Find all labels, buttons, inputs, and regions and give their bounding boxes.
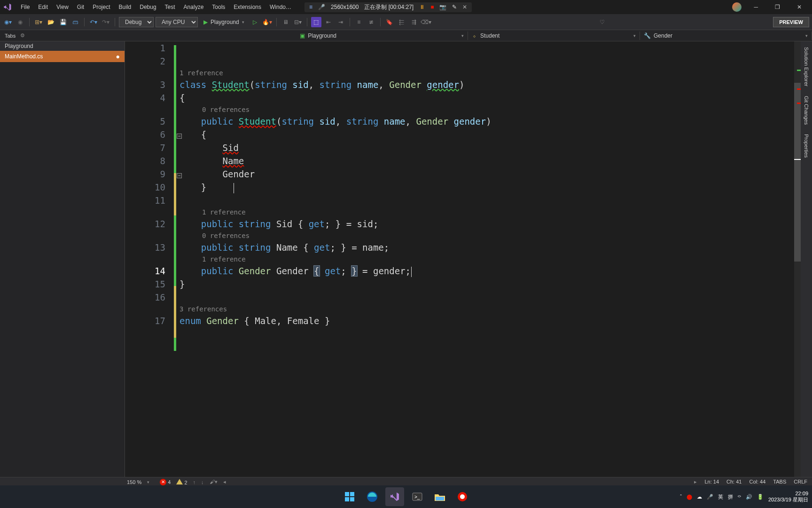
scroll-left-icon[interactable]: ◂ [223, 479, 226, 485]
code-editor[interactable]: − − 1 2 3 4 5 6 7 8 9 10 11 12 13 14 15 … [125, 41, 801, 477]
open-icon[interactable]: 📂 [46, 17, 56, 27]
gear-icon[interactable]: ⚙ [20, 32, 25, 39]
scroll-right-icon[interactable]: ▸ [694, 479, 697, 485]
outdent-icon[interactable]: ⇥ [336, 17, 346, 27]
menu-view[interactable]: View [53, 2, 72, 12]
codelens[interactable]: 0 references [180, 104, 801, 115]
solution-config-select[interactable]: Debug [119, 17, 154, 27]
menu-analyze[interactable]: Analyze [180, 2, 208, 12]
step-config-icon[interactable]: ⊟▾ [293, 17, 303, 27]
undo-icon[interactable]: ↶▾ [88, 17, 99, 27]
pencil-icon[interactable]: ✎ [452, 4, 457, 10]
codelens[interactable]: 1 reference [180, 207, 801, 217]
ime-lang-2[interactable]: 拼 [728, 493, 733, 500]
uncomment-icon[interactable]: ≢ [366, 17, 376, 27]
avatar[interactable] [732, 2, 742, 12]
terminal-icon[interactable]: >_ [408, 487, 427, 506]
sidebar-group[interactable]: Playground [0, 41, 125, 51]
hot-reload-icon[interactable]: 🔥▾ [262, 17, 273, 27]
clock[interactable]: 22:09 2023/3/19 星期日 [768, 491, 808, 503]
menu-file[interactable]: File [17, 2, 33, 12]
indent-icon[interactable]: ⇤ [323, 17, 334, 27]
bookmark-next-icon[interactable]: ⇶ [409, 17, 419, 27]
start-debug-button[interactable]: ▶ Playground ▾ [200, 18, 248, 26]
nav-forward-icon[interactable]: ◉ [15, 17, 25, 27]
new-project-icon[interactable]: ⊞▾ [33, 17, 44, 27]
redo-icon[interactable]: ↷▾ [101, 17, 111, 27]
menu-project[interactable]: Project [89, 2, 114, 12]
ime-lang-1[interactable]: 英 [718, 493, 723, 500]
hamburger-icon[interactable]: ≡ [309, 4, 312, 10]
feedback-icon[interactable]: ♡ [597, 17, 607, 27]
line-ending[interactable]: CRLF [794, 479, 807, 485]
bookmark-icon[interactable]: 🔖 [384, 17, 395, 27]
close-recording-icon[interactable]: ✕ [462, 4, 467, 10]
project-dropdown[interactable]: ▣ Playground ▾ [125, 32, 468, 40]
menu-test[interactable]: Test [161, 2, 179, 12]
tray-mic-icon[interactable]: 🎤 [707, 494, 713, 500]
bookmark-prev-icon[interactable]: ⬱ [397, 17, 407, 27]
wifi-icon[interactable]: ⌔ [738, 494, 741, 500]
svg-rect-1 [350, 492, 354, 496]
menu-git[interactable]: Git [73, 2, 88, 12]
indent-mode[interactable]: TABS [773, 479, 786, 485]
edge-icon[interactable] [363, 487, 382, 506]
menu-edit[interactable]: Edit [34, 2, 52, 12]
solution-explorer-tab[interactable]: Solution Explorer [803, 43, 810, 90]
platform-select[interactable]: Any CPU [156, 17, 198, 27]
nav-back-icon[interactable]: ◉▾ [3, 17, 13, 27]
sidebar-file-label: MainMethod.cs [5, 53, 43, 60]
unsaved-dot-icon: ● [116, 53, 120, 60]
tray-cloud-icon[interactable]: ☁ [697, 494, 702, 500]
battery-icon[interactable]: 🔋 [757, 494, 764, 500]
codelens[interactable]: 3 references [180, 304, 801, 314]
menu-window[interactable]: Windo… [266, 2, 295, 12]
menu-build[interactable]: Build [115, 2, 135, 12]
camera-icon[interactable]: 📷 [439, 4, 446, 10]
nav-up-icon[interactable]: ↑ [193, 479, 196, 485]
minimize-button[interactable]: ─ [749, 1, 763, 13]
nav-down-icon[interactable]: ↓ [201, 479, 204, 485]
start-button[interactable] [340, 487, 359, 506]
error-icon[interactable]: ✕ [160, 479, 166, 485]
bookmark-clear-icon[interactable]: ⌫▾ [421, 17, 431, 27]
pause-icon[interactable]: ⏸ [419, 4, 425, 10]
close-button[interactable]: ✕ [792, 1, 806, 13]
browser-link-icon[interactable]: 🖥 [281, 17, 291, 27]
menu-debug[interactable]: Debug [136, 2, 160, 12]
codelens[interactable]: 0 references [180, 230, 801, 241]
properties-tab[interactable]: Properties [803, 130, 810, 161]
comment-icon[interactable]: ≡ [354, 17, 364, 27]
git-changes-tab[interactable]: Git Changes [803, 92, 810, 128]
member-dropdown[interactable]: 🔧 Gender ▾ [640, 32, 812, 40]
class-dropdown[interactable]: 🝔 Student ▾ [468, 32, 640, 40]
stop-icon[interactable]: ■ [430, 4, 434, 10]
main-area: Playground MainMethod.cs ● − − 1 2 3 4 5… [0, 41, 812, 477]
tray-chevron-icon[interactable]: ˆ [680, 494, 682, 500]
error-count: 4 [168, 479, 171, 484]
scrollbar-thumb[interactable] [794, 83, 801, 262]
codelens[interactable]: 1 reference [180, 68, 801, 78]
brush-icon[interactable]: 🖌▾ [210, 479, 218, 485]
start-no-debug-icon[interactable]: ▷ [250, 17, 260, 27]
menu-extensions[interactable]: Extensions [230, 2, 265, 12]
save-icon[interactable]: 💾 [58, 17, 68, 27]
menu-tools[interactable]: Tools [208, 2, 229, 12]
save-all-icon[interactable]: 🗃 [70, 17, 80, 27]
mic-icon[interactable]: 🎤 [318, 4, 325, 10]
volume-icon[interactable]: 🔊 [746, 494, 752, 500]
class-icon: 🝔 [472, 32, 477, 39]
record-indicator-icon[interactable] [453, 487, 472, 506]
vs-taskbar-icon[interactable] [385, 487, 404, 506]
maximize-button[interactable]: ❐ [770, 1, 785, 13]
editor-nav-bar: Tabs ⚙ ▣ Playground ▾ 🝔 Student ▾ 🔧 Gend… [0, 30, 812, 41]
tray-record-icon[interactable]: ⬤ [687, 494, 692, 500]
zoom-level[interactable]: 150 % [127, 479, 141, 485]
preview-button[interactable]: PREVIEW [773, 17, 809, 27]
color-picker-icon[interactable]: ⬚ [311, 17, 321, 27]
warning-icon[interactable] [176, 479, 183, 484]
explorer-icon[interactable] [430, 487, 449, 506]
sidebar-file-item[interactable]: MainMethod.cs ● [0, 51, 125, 62]
scrollbar[interactable] [794, 41, 801, 477]
codelens[interactable]: 1 reference [180, 254, 801, 264]
